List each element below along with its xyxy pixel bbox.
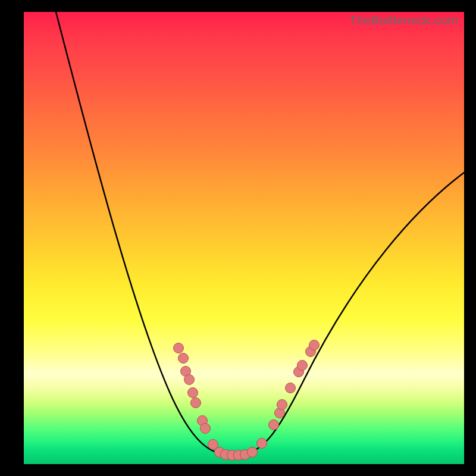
curve-dot (191, 398, 201, 408)
curve-dot (178, 353, 189, 364)
plot-area: TheBottleneck.com (24, 12, 464, 464)
curve-dot (201, 424, 211, 434)
chart-frame: TheBottleneck.com (0, 0, 476, 476)
bottleneck-curve (56, 12, 464, 455)
curve-dot (174, 343, 184, 353)
curve-layer (24, 12, 464, 464)
curve-dot (184, 375, 195, 385)
curve-dot (269, 420, 279, 430)
curve-dot (298, 361, 308, 371)
curve-dot (277, 400, 287, 410)
curve-dot (248, 447, 258, 458)
curve-dot (257, 439, 267, 449)
curve-dot (188, 388, 198, 398)
curve-dot (286, 383, 296, 393)
curve-dot (309, 340, 320, 350)
curve-dots (174, 340, 320, 461)
